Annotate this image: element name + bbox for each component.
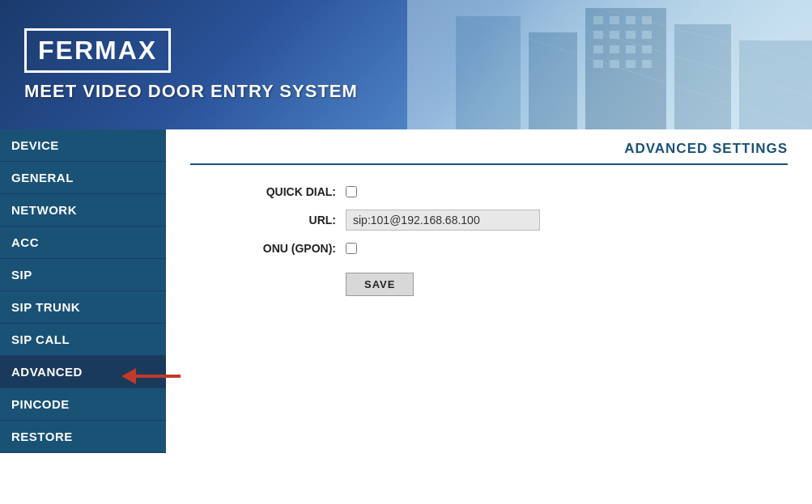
onu-row: ONU (GPON): (223, 242, 788, 255)
content-header: ADVANCED SETTINGS (190, 129, 788, 165)
content-area: ADVANCED SETTINGS QUICK DIAL: URL: ONU (… (166, 129, 812, 504)
header-content: FERMAX MEET VIDEO DOOR ENTRY SYSTEM (24, 28, 358, 102)
sidebar-item-restore[interactable]: RESTORE (0, 421, 166, 453)
svg-rect-15 (610, 45, 619, 53)
svg-rect-9 (642, 16, 652, 24)
svg-rect-16 (626, 45, 636, 53)
url-row: URL: (223, 210, 788, 231)
svg-rect-20 (626, 60, 636, 68)
form-section: QUICK DIAL: URL: ONU (GPON): SAVE (190, 185, 788, 296)
arrow-shaft (136, 375, 181, 378)
sidebar-item-sip-trunk[interactable]: SIP TRUNK (0, 291, 166, 324)
svg-rect-14 (593, 45, 603, 53)
sidebar-item-pincode[interactable]: PINCODE (0, 388, 166, 421)
svg-rect-7 (610, 16, 619, 24)
sidebar-item-device[interactable]: DEVICE (0, 129, 166, 162)
url-input[interactable] (346, 210, 540, 231)
logo-text: FERMAX (38, 36, 157, 65)
svg-rect-21 (642, 60, 652, 68)
svg-rect-5 (739, 40, 812, 129)
arrow-indicator (121, 368, 181, 384)
svg-rect-19 (610, 60, 619, 68)
svg-rect-13 (642, 31, 652, 39)
header: FERMAX MEET VIDEO DOOR ENTRY SYSTEM (0, 0, 812, 129)
onu-checkbox[interactable] (346, 243, 357, 254)
arrow-head-icon (121, 368, 136, 384)
sidebar-item-sip[interactable]: SIP (0, 259, 166, 291)
building-graphic (407, 0, 812, 129)
sidebar: DEVICE GENERAL NETWORK ACC SIP SIP TRUNK… (0, 129, 166, 504)
page-title: ADVANCED SETTINGS (624, 141, 788, 157)
url-label: URL: (223, 214, 336, 227)
svg-rect-4 (674, 24, 731, 129)
svg-rect-3 (585, 8, 666, 129)
logo-box: FERMAX (24, 28, 171, 73)
save-row: SAVE (223, 266, 788, 296)
save-button[interactable]: SAVE (346, 273, 414, 296)
quick-dial-row: QUICK DIAL: (223, 185, 788, 198)
quick-dial-label: QUICK DIAL: (223, 185, 336, 198)
onu-label: ONU (GPON): (223, 242, 336, 255)
sidebar-item-acc[interactable]: ACC (0, 227, 166, 259)
arrow-container (121, 368, 181, 384)
quick-dial-checkbox[interactable] (346, 186, 357, 197)
svg-rect-6 (593, 16, 603, 24)
sidebar-item-general[interactable]: GENERAL (0, 162, 166, 194)
tagline: MEET VIDEO DOOR ENTRY SYSTEM (24, 81, 358, 102)
sidebar-item-sip-call[interactable]: SIP CALL (0, 324, 166, 356)
svg-rect-12 (626, 31, 636, 39)
main-layout: DEVICE GENERAL NETWORK ACC SIP SIP TRUNK… (0, 129, 812, 504)
sidebar-item-network[interactable]: NETWORK (0, 194, 166, 227)
